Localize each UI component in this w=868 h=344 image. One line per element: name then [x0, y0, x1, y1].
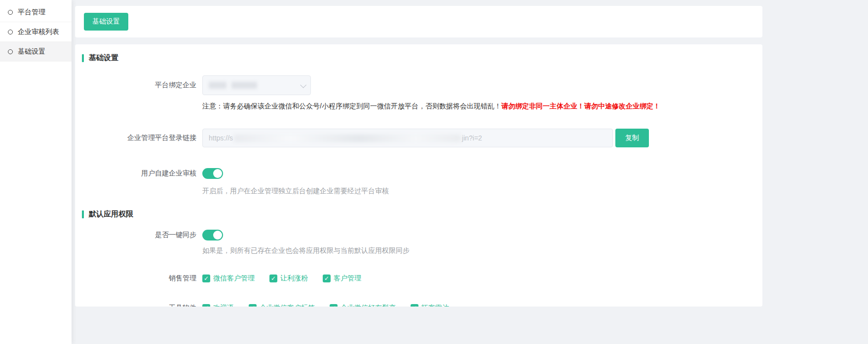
sidebar-item[interactable]: 企业审核列表	[0, 22, 72, 42]
basic-settings-tab-button[interactable]: 基础设置	[84, 13, 128, 31]
toggle-knob	[213, 169, 222, 178]
checkbox-item[interactable]: ✓ 企业微信客户标签	[249, 304, 315, 307]
checkbox-checked-icon[interactable]: ✓	[202, 275, 210, 282]
checkbox-item[interactable]: ✓ 让利涨粉	[269, 274, 308, 283]
bind-enterprise-row: 平台绑定企业	[75, 75, 762, 95]
checkbox-checked-icon[interactable]: ✓	[411, 304, 418, 307]
sales-checkbox-group: ✓ 微信客户管理 ✓ 让利涨粉 ✓ 客户管理	[202, 274, 361, 283]
tools-label: 工具软件	[75, 304, 202, 307]
circle-icon	[8, 10, 13, 15]
chevron-down-icon	[300, 82, 306, 88]
checkbox-label: 欢迎语	[213, 304, 234, 307]
sync-label: 是否一键同步	[75, 231, 202, 240]
tools-checkbox-group: ✓ 欢迎语 ✓ 企业微信客户标签 ✓ 企业微信好友裂变 ✓	[202, 304, 449, 307]
checkbox-item[interactable]: ✓ 欢迎语	[202, 304, 234, 307]
sidebar-item[interactable]: 基础设置	[0, 42, 72, 62]
checkbox-checked-icon[interactable]: ✓	[202, 304, 210, 307]
url-prefix: https://s	[209, 134, 233, 142]
url-suffix: jin?i=2	[462, 134, 482, 142]
checkbox-checked-icon[interactable]: ✓	[323, 275, 331, 282]
sidebar-item-label: 平台管理	[18, 8, 45, 17]
sales-permissions-row: 销售管理 ✓ 微信客户管理 ✓ 让利涨粉 ✓ 客户管理	[75, 274, 762, 283]
user-audit-row: 用户自建企业审核	[75, 168, 762, 179]
note-text: 注意：请务必确保该企业微信和公众号/小程序绑定到同一微信开放平台，否则数据将会出…	[202, 102, 501, 110]
user-audit-label: 用户自建企业审核	[75, 169, 202, 178]
checkbox-label: 拓客雷达	[421, 304, 449, 307]
circle-icon	[8, 49, 13, 54]
redacted-value	[209, 82, 226, 89]
bind-enterprise-note: 注意：请务必确保该企业微信和公众号/小程序绑定到同一微信开放平台，否则数据将会出…	[202, 102, 762, 111]
sidebar: 平台管理 企业审核列表 基础设置	[0, 0, 72, 344]
checkbox-checked-icon[interactable]: ✓	[269, 275, 277, 282]
checkbox-label: 客户管理	[334, 274, 361, 283]
sidebar-menu: 平台管理 企业审核列表 基础设置	[0, 2, 72, 62]
content-area: 基础设置 基础设置 平台绑定企业 注意：请务必确保该企业微信和公众号/小程序绑定…	[75, 0, 762, 307]
checkbox-item[interactable]: ✓ 企业微信好友裂变	[330, 304, 396, 307]
sidebar-item-label: 基础设置	[18, 47, 45, 56]
tools-permissions-row: 工具软件 ✓ 欢迎语 ✓ 企业微信客户标签 ✓ 企业微信好友裂变	[75, 304, 762, 307]
circle-icon	[8, 30, 13, 34]
sync-help: 如果是，则所有已存在企业也会将应用权限与当前默认应用权限同步	[202, 246, 762, 255]
settings-card: 基础设置 平台绑定企业 注意：请务必确保该企业微信和公众号/小程序绑定到同一微信…	[75, 44, 762, 307]
sync-toggle[interactable]	[202, 230, 223, 241]
user-audit-help: 开启后，用户在企业管理独立后台创建企业需要经过平台审核	[202, 187, 762, 196]
section-basic-title-text: 基础设置	[89, 53, 118, 63]
section-permissions-title-text: 默认应用权限	[89, 209, 133, 219]
section-permissions-title: 默认应用权限	[82, 209, 762, 219]
sidebar-item-label: 企业审核列表	[18, 28, 59, 36]
toolbar-card: 基础设置	[75, 6, 762, 37]
section-basic-title: 基础设置	[82, 53, 762, 63]
checkbox-label: 让利涨粉	[280, 274, 308, 283]
user-audit-toggle[interactable]	[202, 168, 223, 179]
redacted-value	[231, 82, 257, 89]
section-bar	[82, 210, 84, 218]
toggle-knob	[213, 231, 222, 240]
login-link-row: 企业管理平台登录链接 https://s jin?i=2 复制	[75, 129, 762, 147]
checkbox-item[interactable]: ✓ 微信客户管理	[202, 274, 255, 283]
bind-enterprise-select[interactable]	[202, 75, 311, 95]
sidebar-item[interactable]: 平台管理	[0, 2, 72, 22]
checkbox-item[interactable]: ✓ 客户管理	[323, 274, 361, 283]
checkbox-label: 企业微信好友裂变	[340, 304, 396, 307]
bind-enterprise-label: 平台绑定企业	[75, 81, 202, 90]
note-warning-text: 请勿绑定非同一主体企业！请勿中途修改企业绑定！	[501, 102, 660, 110]
checkbox-item[interactable]: ✓ 拓客雷达	[411, 304, 449, 307]
checkbox-label: 微信客户管理	[213, 274, 255, 283]
redacted-url-segment	[234, 135, 461, 142]
checkbox-label: 企业微信客户标签	[260, 304, 315, 307]
section-bar	[82, 54, 84, 62]
checkbox-checked-icon[interactable]: ✓	[330, 304, 338, 307]
login-link-input[interactable]: https://s jin?i=2	[202, 129, 613, 147]
sync-row: 是否一键同步	[75, 230, 762, 241]
checkbox-checked-icon[interactable]: ✓	[249, 304, 257, 307]
sales-label: 销售管理	[75, 274, 202, 283]
copy-button[interactable]: 复制	[615, 129, 649, 147]
login-link-label: 企业管理平台登录链接	[75, 134, 202, 142]
